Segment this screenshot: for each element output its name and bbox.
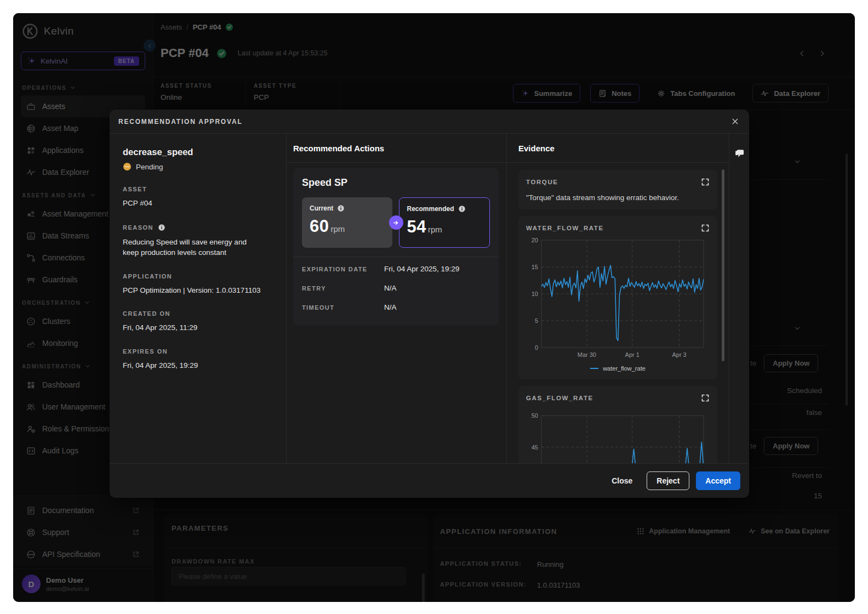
arrow-right-icon bbox=[392, 219, 399, 226]
close-icon[interactable] bbox=[731, 117, 739, 126]
current-value: 60 bbox=[310, 217, 329, 236]
gas-flow-rate-card: GAS_FLOW_RATE 5045 bbox=[518, 386, 717, 463]
asset-value: PCP #04 bbox=[123, 198, 273, 209]
modal-side-rail bbox=[729, 134, 749, 463]
status-badge: Pending bbox=[123, 162, 273, 171]
svg-text:5: 5 bbox=[535, 317, 538, 324]
recommended-actions-column: Recommended Actions Speed SP Current 60r… bbox=[287, 134, 507, 463]
svg-text:Apr 1: Apr 1 bbox=[625, 351, 639, 358]
reject-button[interactable]: Reject bbox=[647, 471, 689, 490]
torque-text: "Torque" data stream showing erratic beh… bbox=[526, 194, 710, 202]
expand-icon[interactable] bbox=[701, 178, 710, 186]
speed-sp-card: Speed SP Current 60rpm bbox=[293, 168, 499, 326]
chart-legend: water_flow_rate bbox=[526, 365, 710, 372]
info-icon[interactable] bbox=[458, 205, 466, 213]
recommendation-approval-modal: RECOMMENDATION APPROVAL decrease_speed P… bbox=[110, 110, 749, 498]
pending-icon bbox=[123, 162, 132, 171]
svg-text:Apr 3: Apr 3 bbox=[672, 351, 686, 358]
info-icon[interactable] bbox=[337, 204, 345, 212]
torque-evidence-card: TORQUE "Torque" data stream showing erra… bbox=[518, 170, 717, 209]
comments-icon[interactable] bbox=[734, 148, 745, 158]
expand-icon[interactable] bbox=[701, 394, 710, 402]
action-title: Speed SP bbox=[302, 177, 490, 189]
water-flow-rate-title: WATER_FLOW_RATE bbox=[526, 225, 701, 231]
expires-on-value: Fri, 04 Apr 2025, 19:29 bbox=[123, 360, 273, 371]
torque-title: TORQUE bbox=[526, 179, 701, 185]
svg-text:10: 10 bbox=[532, 291, 538, 297]
evidence-header: Evidence bbox=[507, 134, 729, 163]
gas-flow-rate-chart: 5045 bbox=[526, 408, 707, 463]
gas-flow-rate-title: GAS_FLOW_RATE bbox=[526, 395, 701, 401]
asset-label: ASSET bbox=[123, 186, 273, 192]
recommended-actions-header: Recommended Actions bbox=[287, 134, 506, 163]
svg-text:45: 45 bbox=[532, 444, 538, 451]
created-on-value: Fri, 04 Apr 2025, 11:29 bbox=[123, 322, 273, 333]
expires-on-label: EXPIRES ON bbox=[123, 348, 273, 355]
kelvin-app-window: Kelvin KelvinAI BETA OPERATIONSAssetsAss… bbox=[13, 13, 855, 602]
water-flow-rate-chart: Mar 30Apr 1Apr 305101520 bbox=[526, 236, 707, 362]
created-on-label: CREATED ON bbox=[123, 310, 273, 317]
water-flow-rate-card: WATER_FLOW_RATE Mar 30Apr 1Apr 305101520… bbox=[518, 216, 717, 379]
recommendation-name: decrease_speed bbox=[123, 147, 273, 157]
svg-text:0: 0 bbox=[535, 344, 538, 351]
svg-text:Mar 30: Mar 30 bbox=[578, 351, 596, 358]
recommended-value: 54 bbox=[407, 217, 426, 236]
application-label: APPLICATION bbox=[123, 273, 273, 280]
retry-row: RETRY N/A bbox=[302, 278, 490, 298]
current-value-box: Current 60rpm bbox=[302, 197, 392, 248]
expand-icon[interactable] bbox=[701, 224, 710, 232]
info-icon[interactable] bbox=[158, 224, 165, 231]
arrow-right-icon bbox=[389, 215, 403, 230]
reason-text: Reducing Speed will save energy and keep… bbox=[123, 237, 260, 258]
recommended-unit: rpm bbox=[428, 225, 442, 234]
current-unit: rpm bbox=[330, 224, 345, 234]
modal-title: RECOMMENDATION APPROVAL bbox=[118, 118, 731, 126]
close-button[interactable]: Close bbox=[612, 476, 632, 485]
reason-label: REASON bbox=[123, 224, 273, 231]
expiration-date-row: EXPIRATION DATE Fri, 04 Apr 2025, 19:29 bbox=[302, 259, 490, 278]
accept-button[interactable]: Accept bbox=[696, 471, 740, 490]
recommendation-summary-column: decrease_speed Pending ASSET PCP #04 REA… bbox=[110, 134, 287, 463]
evidence-scrollbar[interactable] bbox=[722, 169, 724, 361]
evidence-scroll-area[interactable]: TORQUE "Torque" data stream showing erra… bbox=[507, 163, 729, 463]
evidence-column: Evidence TORQUE "Torque" data stream sho… bbox=[507, 134, 729, 463]
svg-text:50: 50 bbox=[532, 412, 538, 419]
recommended-value-box: Recommended 54rpm bbox=[399, 197, 490, 248]
svg-text:20: 20 bbox=[532, 237, 538, 243]
application-value: PCP Optimization | Version: 1.0.03171103 bbox=[123, 285, 273, 296]
timeout-row: TIMEOUT N/A bbox=[302, 298, 490, 317]
svg-text:15: 15 bbox=[532, 264, 538, 270]
